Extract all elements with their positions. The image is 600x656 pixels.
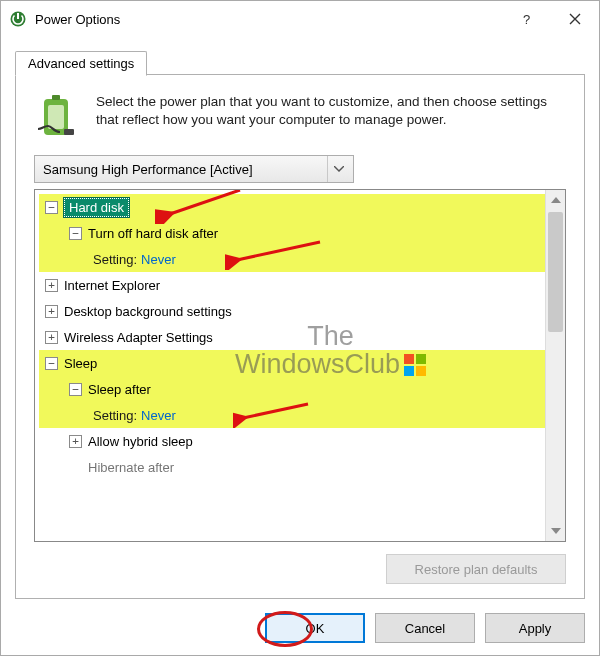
tree-setting-sleep[interactable]: Setting: Never <box>39 402 545 428</box>
expand-icon[interactable]: + <box>45 331 58 344</box>
setting-label: Setting: <box>93 252 137 267</box>
tree-label: Sleep after <box>88 382 151 397</box>
cancel-button[interactable]: Cancel <box>375 613 475 643</box>
setting-value[interactable]: Never <box>141 408 176 423</box>
scroll-down-icon[interactable] <box>546 521 565 541</box>
svg-text:?: ? <box>523 12 530 26</box>
tree-node-hard-disk[interactable]: − Hard disk <box>39 194 545 220</box>
svg-rect-4 <box>52 95 60 100</box>
apply-button[interactable]: Apply <box>485 613 585 643</box>
tree-node-sleep[interactable]: − Sleep <box>39 350 545 376</box>
window-title: Power Options <box>35 12 120 27</box>
svg-rect-1 <box>17 13 19 19</box>
tree-label: Hibernate after <box>88 460 174 475</box>
expand-icon[interactable]: + <box>45 279 58 292</box>
titlebar: Power Options ? <box>1 1 599 37</box>
tree-label: Internet Explorer <box>64 278 160 293</box>
ok-button[interactable]: OK <box>265 613 365 643</box>
scroll-up-icon[interactable] <box>546 190 565 210</box>
setting-value[interactable]: Never <box>141 252 176 267</box>
scroll-thumb[interactable] <box>548 212 563 332</box>
battery-icon <box>34 93 82 141</box>
tab-advanced-settings[interactable]: Advanced settings <box>15 51 147 76</box>
tree-label: Desktop background settings <box>64 304 232 319</box>
help-button[interactable]: ? <box>503 1 551 37</box>
app-icon <box>9 10 27 28</box>
collapse-icon[interactable]: − <box>69 383 82 396</box>
tree-node-internet-explorer[interactable]: + Internet Explorer <box>39 272 545 298</box>
power-plan-selected: Samsung High Performance [Active] <box>43 162 253 177</box>
power-plan-dropdown[interactable]: Samsung High Performance [Active] <box>34 155 354 183</box>
close-button[interactable] <box>551 1 599 37</box>
collapse-icon[interactable]: − <box>69 227 82 240</box>
intro: Select the power plan that you want to c… <box>34 93 566 141</box>
tree-label: Sleep <box>64 356 97 371</box>
setting-label: Setting: <box>93 408 137 423</box>
power-options-window: Power Options ? Advanced settings <box>0 0 600 656</box>
tree-node-sleep-after[interactable]: − Sleep after <box>39 376 545 402</box>
restore-plan-defaults-button: Restore plan defaults <box>386 554 566 584</box>
collapse-icon[interactable]: − <box>45 201 58 214</box>
tabstrip: Advanced settings <box>15 47 585 75</box>
tree-setting-hdd[interactable]: Setting: Never <box>39 246 545 272</box>
tree-node-hybrid-sleep[interactable]: + Allow hybrid sleep <box>39 428 545 454</box>
chevron-down-icon <box>327 156 349 182</box>
scroll-track[interactable] <box>546 334 565 521</box>
tree-label: Hard disk <box>64 198 129 217</box>
tree-label: Wireless Adapter Settings <box>64 330 213 345</box>
expand-icon[interactable]: + <box>69 435 82 448</box>
settings-tree: − Hard disk − Turn off hard disk after S… <box>34 189 566 542</box>
tree-node-desktop-bg[interactable]: + Desktop background settings <box>39 298 545 324</box>
tree-label: Turn off hard disk after <box>88 226 218 241</box>
tree-label: Allow hybrid sleep <box>88 434 193 449</box>
client-area: Advanced settings Select the power plan … <box>1 37 599 655</box>
tree-node-hibernate-after[interactable]: + Hibernate after <box>39 454 545 480</box>
tree-node-turn-off-hdd[interactable]: − Turn off hard disk after <box>39 220 545 246</box>
intro-text: Select the power plan that you want to c… <box>96 93 566 141</box>
svg-rect-6 <box>64 129 74 135</box>
collapse-icon[interactable]: − <box>45 357 58 370</box>
svg-rect-5 <box>48 105 64 129</box>
tab-panel: Select the power plan that you want to c… <box>15 74 585 599</box>
tree-node-wireless[interactable]: + Wireless Adapter Settings <box>39 324 545 350</box>
expand-icon[interactable]: + <box>45 305 58 318</box>
dialog-buttons: OK Cancel Apply <box>15 599 585 643</box>
vertical-scrollbar[interactable] <box>545 190 565 541</box>
